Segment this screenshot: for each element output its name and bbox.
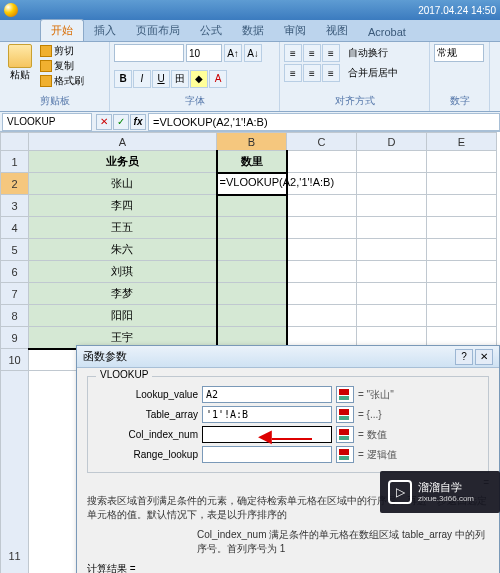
font-size-select[interactable] xyxy=(186,44,222,62)
cell[interactable] xyxy=(357,195,427,217)
col-index-input[interactable] xyxy=(202,426,332,443)
cell[interactable] xyxy=(427,217,497,239)
align-top-button[interactable]: ≡ xyxy=(284,44,302,62)
col-header-E[interactable]: E xyxy=(427,133,497,151)
col-header-B[interactable]: B xyxy=(217,133,287,151)
dialog-titlebar[interactable]: 函数参数 ? ✕ xyxy=(77,346,499,368)
confirm-formula-button[interactable]: ✓ xyxy=(113,114,129,130)
cell[interactable] xyxy=(287,261,357,283)
cell[interactable]: 王五 xyxy=(29,217,217,239)
dialog-help-button[interactable]: ? xyxy=(455,349,473,365)
range-lookup-input[interactable] xyxy=(202,446,332,463)
row-header[interactable]: 3 xyxy=(1,195,29,217)
col-header-D[interactable]: D xyxy=(357,133,427,151)
row-header[interactable]: 7 xyxy=(1,283,29,305)
cell[interactable] xyxy=(217,261,287,283)
wrap-text-button[interactable]: 自动换行 xyxy=(348,44,388,62)
font-color-button[interactable]: A xyxy=(209,70,227,88)
align-bottom-button[interactable]: ≡ xyxy=(322,44,340,62)
col-header-C[interactable]: C xyxy=(287,133,357,151)
row-header[interactable]: 10 xyxy=(1,349,29,371)
format-painter-button[interactable]: 格式刷 xyxy=(40,74,84,88)
cell[interactable] xyxy=(287,305,357,327)
collapse-dialog-button[interactable] xyxy=(336,406,354,423)
cell[interactable] xyxy=(357,151,427,173)
italic-button[interactable]: I xyxy=(133,70,151,88)
collapse-dialog-button[interactable] xyxy=(336,446,354,463)
cell[interactable] xyxy=(287,283,357,305)
tab-acrobat[interactable]: Acrobat xyxy=(358,23,416,41)
tab-insert[interactable]: 插入 xyxy=(84,20,126,41)
row-header[interactable]: 11 xyxy=(1,371,29,574)
copy-button[interactable]: 复制 xyxy=(40,59,84,73)
cell[interactable] xyxy=(427,195,497,217)
name-box[interactable]: VLOOKUP xyxy=(2,113,92,131)
font-family-select[interactable] xyxy=(114,44,184,62)
cell[interactable] xyxy=(357,239,427,261)
insert-function-button[interactable]: fx xyxy=(130,114,146,130)
cancel-formula-button[interactable]: ✕ xyxy=(96,114,112,130)
row-header[interactable]: 9 xyxy=(1,327,29,349)
align-left-button[interactable]: ≡ xyxy=(284,64,302,82)
tab-home[interactable]: 开始 xyxy=(40,19,84,41)
cell[interactable] xyxy=(357,217,427,239)
cell[interactable] xyxy=(287,151,357,173)
align-right-button[interactable]: ≡ xyxy=(322,64,340,82)
cut-button[interactable]: 剪切 xyxy=(40,44,84,58)
cell[interactable] xyxy=(427,305,497,327)
cell[interactable] xyxy=(217,217,287,239)
cell[interactable] xyxy=(427,151,497,173)
paste-button[interactable]: 粘贴 xyxy=(4,44,36,88)
align-middle-button[interactable]: ≡ xyxy=(303,44,321,62)
cell[interactable] xyxy=(427,239,497,261)
tab-review[interactable]: 审阅 xyxy=(274,20,316,41)
cell[interactable]: 朱六 xyxy=(29,239,217,261)
tab-view[interactable]: 视图 xyxy=(316,20,358,41)
cell[interactable] xyxy=(357,173,427,195)
cell[interactable] xyxy=(287,217,357,239)
row-header[interactable]: 5 xyxy=(1,239,29,261)
row-header[interactable]: 8 xyxy=(1,305,29,327)
lookup-value-input[interactable] xyxy=(202,386,332,403)
cell[interactable] xyxy=(427,283,497,305)
row-header[interactable]: 6 xyxy=(1,261,29,283)
cell[interactable]: 数里 xyxy=(217,151,287,173)
row-header[interactable]: 4 xyxy=(1,217,29,239)
cell[interactable] xyxy=(287,239,357,261)
tab-layout[interactable]: 页面布局 xyxy=(126,20,190,41)
fill-color-button[interactable]: ◆ xyxy=(190,70,208,88)
cell[interactable]: 业务员 xyxy=(29,151,217,173)
cell[interactable]: 李四 xyxy=(29,195,217,217)
row-header[interactable]: 2 xyxy=(1,173,29,195)
cell[interactable]: 李梦 xyxy=(29,283,217,305)
row-header[interactable]: 1 xyxy=(1,151,29,173)
cell[interactable] xyxy=(287,195,357,217)
table-array-input[interactable] xyxy=(202,406,332,423)
cell[interactable] xyxy=(427,173,497,195)
cell[interactable] xyxy=(217,305,287,327)
collapse-dialog-button[interactable] xyxy=(336,386,354,403)
number-format-select[interactable] xyxy=(434,44,484,62)
cell[interactable]: 阳阳 xyxy=(29,305,217,327)
cell[interactable] xyxy=(427,261,497,283)
dialog-close-button[interactable]: ✕ xyxy=(475,349,493,365)
tab-formulas[interactable]: 公式 xyxy=(190,20,232,41)
office-orb-icon[interactable] xyxy=(4,3,18,17)
col-header-A[interactable]: A xyxy=(29,133,217,151)
merge-center-button[interactable]: 合并后居中 xyxy=(348,64,398,82)
underline-button[interactable]: U xyxy=(152,70,170,88)
formula-input[interactable]: =VLOOKUP(A2,'1'!A:B) xyxy=(148,113,500,131)
decrease-font-button[interactable]: A↓ xyxy=(244,44,262,62)
active-cell[interactable]: =VLOOKUP(A2,'1'!A:B) xyxy=(217,173,287,195)
bold-button[interactable]: B xyxy=(114,70,132,88)
cell[interactable] xyxy=(357,283,427,305)
cell[interactable] xyxy=(357,261,427,283)
align-center-button[interactable]: ≡ xyxy=(303,64,321,82)
cell[interactable] xyxy=(357,305,427,327)
cell[interactable] xyxy=(217,283,287,305)
cell[interactable] xyxy=(217,195,287,217)
tab-data[interactable]: 数据 xyxy=(232,20,274,41)
border-button[interactable]: 田 xyxy=(171,70,189,88)
select-all-corner[interactable] xyxy=(1,133,29,151)
cell[interactable]: 刘琪 xyxy=(29,261,217,283)
